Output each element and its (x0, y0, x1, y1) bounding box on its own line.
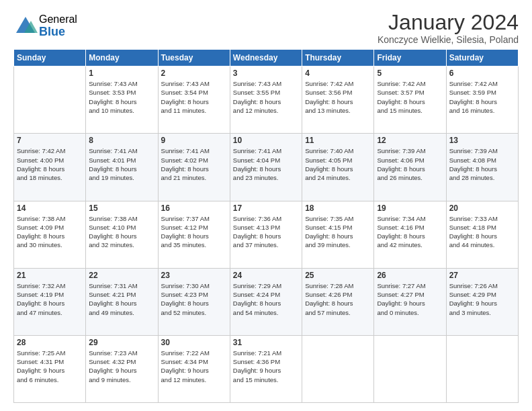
table-row: 20Sunrise: 7:33 AM Sunset: 4:18 PM Dayli… (446, 201, 518, 268)
day-info: Sunrise: 7:29 AM Sunset: 4:24 PM Dayligh… (233, 281, 299, 317)
day-number: 19 (377, 203, 443, 213)
table-row: 5Sunrise: 7:42 AM Sunset: 3:57 PM Daylig… (374, 66, 446, 134)
day-number: 7 (17, 136, 83, 145)
day-info: Sunrise: 7:26 AM Sunset: 4:29 PM Dayligh… (449, 281, 515, 317)
day-info: Sunrise: 7:41 AM Sunset: 4:01 PM Dayligh… (89, 146, 154, 182)
day-info: Sunrise: 7:41 AM Sunset: 4:02 PM Dayligh… (161, 146, 227, 182)
day-number: 22 (89, 271, 154, 280)
day-info: Sunrise: 7:38 AM Sunset: 4:10 PM Dayligh… (89, 214, 154, 250)
day-info: Sunrise: 7:32 AM Sunset: 4:19 PM Dayligh… (17, 281, 83, 317)
calendar-week-2: 14Sunrise: 7:38 AM Sunset: 4:09 PM Dayli… (14, 201, 519, 268)
header: General Blue January 2024 Konczyce Wielk… (13, 11, 519, 45)
day-number: 12 (377, 136, 443, 145)
main-title: January 2024 (378, 11, 519, 34)
day-number: 21 (17, 271, 83, 280)
table-row: 25Sunrise: 7:28 AM Sunset: 4:26 PM Dayli… (302, 268, 374, 335)
table-row: 17Sunrise: 7:36 AM Sunset: 4:13 PM Dayli… (230, 201, 302, 268)
table-row: 26Sunrise: 7:27 AM Sunset: 4:27 PM Dayli… (374, 268, 446, 335)
day-info: Sunrise: 7:34 AM Sunset: 4:16 PM Dayligh… (377, 214, 443, 250)
col-saturday: Saturday (446, 50, 518, 66)
day-info: Sunrise: 7:27 AM Sunset: 4:27 PM Dayligh… (377, 281, 443, 317)
table-row: 27Sunrise: 7:26 AM Sunset: 4:29 PM Dayli… (446, 268, 518, 335)
table-row: 22Sunrise: 7:31 AM Sunset: 4:21 PM Dayli… (86, 268, 158, 335)
table-row (446, 335, 518, 402)
day-number: 30 (161, 338, 227, 347)
day-number: 1 (89, 68, 154, 78)
table-row: 29Sunrise: 7:23 AM Sunset: 4:32 PM Dayli… (86, 335, 158, 402)
table-row: 13Sunrise: 7:39 AM Sunset: 4:08 PM Dayli… (446, 134, 518, 201)
title-block: January 2024 Konczyce Wielkie, Silesia, … (378, 11, 519, 45)
day-info: Sunrise: 7:36 AM Sunset: 4:13 PM Dayligh… (233, 214, 299, 250)
calendar: Sunday Monday Tuesday Wednesday Thursday… (13, 49, 519, 403)
col-friday: Friday (374, 50, 446, 66)
col-monday: Monday (86, 50, 158, 66)
day-number: 24 (233, 271, 299, 280)
logo: General Blue (13, 13, 77, 38)
day-info: Sunrise: 7:30 AM Sunset: 4:23 PM Dayligh… (161, 281, 227, 317)
table-row: 10Sunrise: 7:41 AM Sunset: 4:04 PM Dayli… (230, 134, 302, 201)
day-info: Sunrise: 7:39 AM Sunset: 4:08 PM Dayligh… (449, 146, 515, 182)
day-info: Sunrise: 7:41 AM Sunset: 4:04 PM Dayligh… (233, 146, 299, 182)
table-row: 23Sunrise: 7:30 AM Sunset: 4:23 PM Dayli… (158, 268, 230, 335)
day-number: 2 (161, 68, 227, 78)
day-number: 3 (233, 68, 299, 78)
logo-icon (13, 14, 38, 38)
day-number: 16 (161, 203, 227, 213)
col-tuesday: Tuesday (158, 50, 230, 66)
day-info: Sunrise: 7:40 AM Sunset: 4:05 PM Dayligh… (305, 146, 371, 182)
calendar-week-0: 1Sunrise: 7:43 AM Sunset: 3:53 PM Daylig… (14, 66, 519, 134)
day-number: 25 (305, 271, 371, 280)
calendar-week-4: 28Sunrise: 7:25 AM Sunset: 4:31 PM Dayli… (14, 335, 519, 402)
day-number: 13 (449, 136, 515, 145)
table-row: 24Sunrise: 7:29 AM Sunset: 4:24 PM Dayli… (230, 268, 302, 335)
day-number: 10 (233, 136, 299, 145)
table-row: 4Sunrise: 7:42 AM Sunset: 3:56 PM Daylig… (302, 66, 374, 134)
day-info: Sunrise: 7:42 AM Sunset: 3:56 PM Dayligh… (305, 79, 371, 115)
day-number: 14 (17, 203, 83, 213)
day-number: 9 (161, 136, 227, 145)
table-row: 30Sunrise: 7:22 AM Sunset: 4:34 PM Dayli… (158, 335, 230, 402)
table-row: 3Sunrise: 7:43 AM Sunset: 3:55 PM Daylig… (230, 66, 302, 134)
calendar-header-row: Sunday Monday Tuesday Wednesday Thursday… (14, 50, 519, 66)
day-info: Sunrise: 7:42 AM Sunset: 3:57 PM Dayligh… (377, 79, 443, 115)
page: General Blue January 2024 Konczyce Wielk… (0, 0, 532, 411)
table-row: 1Sunrise: 7:43 AM Sunset: 3:53 PM Daylig… (86, 66, 158, 134)
day-number: 20 (449, 203, 515, 213)
table-row: 7Sunrise: 7:42 AM Sunset: 4:00 PM Daylig… (14, 134, 86, 201)
day-info: Sunrise: 7:22 AM Sunset: 4:34 PM Dayligh… (161, 349, 227, 384)
day-number: 6 (449, 68, 515, 78)
day-number: 15 (89, 203, 154, 213)
day-info: Sunrise: 7:43 AM Sunset: 3:55 PM Dayligh… (233, 79, 299, 115)
day-number: 29 (89, 338, 154, 347)
col-sunday: Sunday (14, 50, 86, 66)
table-row: 16Sunrise: 7:37 AM Sunset: 4:12 PM Dayli… (158, 201, 230, 268)
table-row: 11Sunrise: 7:40 AM Sunset: 4:05 PM Dayli… (302, 134, 374, 201)
logo-text: General Blue (39, 13, 77, 38)
day-number: 17 (233, 203, 299, 213)
col-wednesday: Wednesday (230, 50, 302, 66)
table-row: 2Sunrise: 7:43 AM Sunset: 3:54 PM Daylig… (158, 66, 230, 134)
table-row: 15Sunrise: 7:38 AM Sunset: 4:10 PM Dayli… (86, 201, 158, 268)
table-row (14, 66, 86, 134)
col-thursday: Thursday (302, 50, 374, 66)
table-row: 12Sunrise: 7:39 AM Sunset: 4:06 PM Dayli… (374, 134, 446, 201)
day-info: Sunrise: 7:43 AM Sunset: 3:53 PM Dayligh… (89, 79, 154, 115)
day-number: 5 (377, 68, 443, 78)
day-number: 28 (17, 338, 83, 347)
table-row: 8Sunrise: 7:41 AM Sunset: 4:01 PM Daylig… (86, 134, 158, 201)
day-info: Sunrise: 7:35 AM Sunset: 4:15 PM Dayligh… (305, 214, 371, 250)
day-info: Sunrise: 7:33 AM Sunset: 4:18 PM Dayligh… (449, 214, 515, 250)
table-row: 19Sunrise: 7:34 AM Sunset: 4:16 PM Dayli… (374, 201, 446, 268)
day-info: Sunrise: 7:43 AM Sunset: 3:54 PM Dayligh… (161, 79, 227, 115)
day-info: Sunrise: 7:37 AM Sunset: 4:12 PM Dayligh… (161, 214, 227, 250)
day-info: Sunrise: 7:23 AM Sunset: 4:32 PM Dayligh… (89, 349, 154, 384)
table-row: 6Sunrise: 7:42 AM Sunset: 3:59 PM Daylig… (446, 66, 518, 134)
logo-blue: Blue (39, 26, 77, 39)
logo-general: General (39, 13, 77, 26)
table-row: 21Sunrise: 7:32 AM Sunset: 4:19 PM Dayli… (14, 268, 86, 335)
day-number: 27 (449, 271, 515, 280)
table-row (374, 335, 446, 402)
table-row: 28Sunrise: 7:25 AM Sunset: 4:31 PM Dayli… (14, 335, 86, 402)
day-info: Sunrise: 7:38 AM Sunset: 4:09 PM Dayligh… (17, 214, 83, 250)
day-number: 4 (305, 68, 371, 78)
